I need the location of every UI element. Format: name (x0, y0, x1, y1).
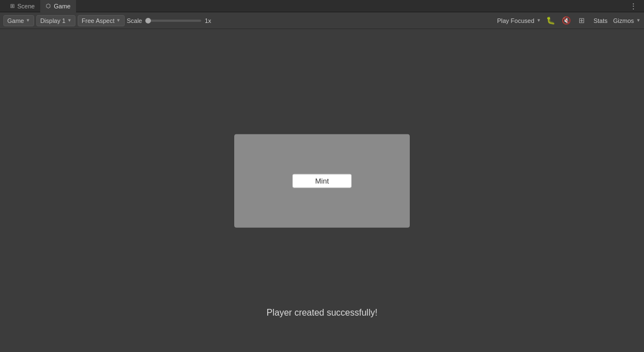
play-focused-arrow: ▼ (537, 18, 541, 23)
display-dropdown-label: Display 1 (40, 17, 65, 24)
toolbar-right: Play Focused ▼ 🐛 🔇 ⊞ Stats Gizmos ▼ (497, 15, 641, 26)
gizmos-dropdown[interactable]: Gizmos ▼ (613, 17, 641, 24)
scene-tab-label: Scene (17, 3, 35, 10)
mute-button[interactable]: 🔇 (560, 15, 572, 26)
scale-container: Scale 1x (127, 17, 211, 24)
stats-button[interactable]: Stats (591, 16, 610, 25)
gizmos-arrow: ▼ (636, 18, 641, 23)
game-view: Mint Player created successfully! (0, 29, 644, 351)
grid-icon: ⊞ (579, 16, 585, 25)
game-tab-icon: ⬡ (46, 3, 51, 9)
game-dropdown-arrow: ▼ (26, 18, 30, 23)
toolbar: Game ▼ Display 1 ▼ Free Aspect ▼ Scale 1… (0, 12, 644, 29)
play-focused-dropdown[interactable]: Play Focused ▼ (497, 17, 541, 24)
more-options-button[interactable]: ⋮ (627, 2, 640, 11)
success-message: Player created successfully! (267, 308, 377, 318)
scale-slider[interactable] (145, 20, 201, 22)
display-dropdown[interactable]: Display 1 ▼ (36, 15, 75, 26)
display-dropdown-arrow: ▼ (67, 18, 72, 23)
scene-tab-icon: ⊞ (10, 3, 15, 9)
bug-button[interactable]: 🐛 (544, 15, 557, 26)
aspect-dropdown-arrow: ▼ (116, 18, 121, 23)
tab-scene[interactable]: ⊞ Scene (4, 0, 40, 12)
game-canvas: Mint (234, 134, 410, 228)
play-focused-label: Play Focused (497, 17, 534, 24)
scale-label: Scale (127, 17, 143, 24)
scale-value: 1x (205, 17, 211, 24)
scale-slider-thumb (145, 18, 151, 24)
mute-icon: 🔇 (562, 16, 571, 25)
grid-button[interactable]: ⊞ (576, 15, 588, 26)
title-tabs: ⊞ Scene ⬡ Game ⋮ (0, 0, 644, 12)
tab-game[interactable]: ⬡ Game (40, 0, 76, 12)
game-tab-label: Game (54, 3, 70, 10)
game-dropdown[interactable]: Game ▼ (3, 15, 34, 26)
mint-button[interactable]: Mint (292, 174, 352, 188)
aspect-dropdown-label: Free Aspect (82, 17, 115, 24)
more-icon: ⋮ (629, 2, 637, 11)
game-dropdown-label: Game (7, 17, 24, 24)
aspect-dropdown[interactable]: Free Aspect ▼ (78, 15, 125, 26)
bug-icon: 🐛 (546, 16, 555, 25)
gizmos-label: Gizmos (613, 17, 634, 24)
